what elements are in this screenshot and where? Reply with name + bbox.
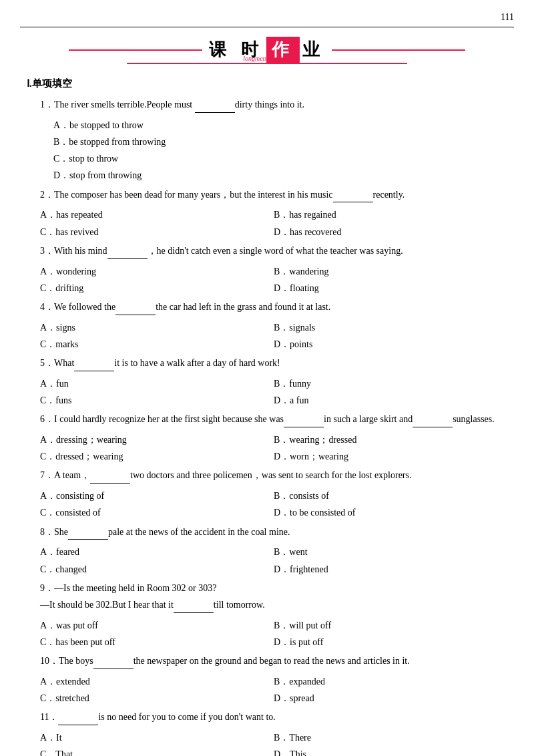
q6-optD: D．worn；wearing [274, 448, 507, 465]
q5-options: A．fun B．funny C．funs D．a fun [40, 375, 507, 409]
q3-optB: B．wandering [274, 263, 507, 280]
q8-optC: C．changed [40, 561, 274, 578]
top-line [20, 27, 514, 27]
q9-optA: A．was put off [40, 617, 274, 634]
q8-options: A．feared B．went C．changed D．frightened [40, 544, 507, 577]
page-number-top: 111 [501, 12, 514, 23]
q4-options: A．signs B．signals C．marks D．points [40, 319, 507, 353]
q11-options: A．It B．There C．That D．This [40, 729, 507, 756]
question-8: 8．Shepale at the news of the accident in… [27, 524, 507, 540]
q9-optB: B．will put off [274, 617, 507, 634]
q6-options: A．dressing；wearing B．wearing；dressed C．d… [40, 431, 507, 465]
q4-optC: C．marks [40, 336, 274, 353]
header-section: 课 时 作 业 longmenlusanjian [0, 37, 534, 64]
question-10: 10．The boysthe newspaper on the ground a… [27, 653, 507, 669]
q8-optD: D．frightened [274, 561, 507, 578]
q4-optB: B．signals [274, 319, 507, 336]
q7-optD: D．to be consisted of [274, 504, 507, 521]
q11-optB: B．There [274, 729, 507, 746]
q2-optC: C．has revived [40, 224, 274, 240]
q1-num: 1．The river smells terrible.People must … [27, 100, 304, 110]
q6-optB: B．wearing；dressed [274, 431, 507, 448]
q11-optC: C．That [40, 746, 274, 756]
q3-options: A．wondering B．wandering C．drifting D．flo… [40, 263, 507, 297]
question-7: 7．A team，two doctors and three policemen… [27, 467, 507, 484]
q4-optD: D．points [274, 336, 507, 353]
q5-optD: D．a fun [274, 392, 507, 409]
question-3: 3．With his mind，he didn't catch even a s… [27, 243, 507, 259]
q1-optA: A．be stopped to throw [53, 117, 507, 134]
q3-optA: A．wondering [40, 263, 274, 280]
q10-optC: C．stretched [40, 690, 274, 707]
q10-options: A．extended B．expanded C．stretched D．spre… [40, 673, 507, 707]
q6-optC: C．dressed；wearing [40, 448, 274, 465]
title-part2: 业 [302, 38, 325, 61]
q1-optB: B．be stopped from throwing [53, 134, 507, 150]
question-5: 5．Whatit is to have a walk after a day o… [27, 355, 507, 371]
q3-optC: C．drifting [40, 280, 274, 297]
q5-optA: A．fun [40, 375, 274, 392]
question-1: 1．The river smells terrible.People must … [27, 97, 507, 113]
q10-optD: D．spread [274, 690, 507, 707]
q8-optB: B．went [274, 544, 507, 560]
q11-optA: A．It [40, 729, 274, 746]
q2-optA: A．has repeated [40, 206, 274, 223]
q7-options: A．consisting of B．consists of C．consiste… [40, 488, 507, 521]
brand-label: longmenlusanjian [243, 55, 291, 62]
q3-optD: D．floating [274, 280, 507, 297]
q9-options: A．was put off B．will put off C．has been … [40, 617, 507, 650]
q7-optC: C．consisted of [40, 504, 274, 521]
question-2: 2．The composer has been dead for many ye… [27, 187, 507, 203]
q8-optA: A．feared [40, 544, 274, 560]
q6-optA: A．dressing；wearing [40, 431, 274, 448]
q1-options: A．be stopped to throw B．be stopped from … [40, 117, 507, 184]
q10-optB: B．expanded [274, 673, 507, 690]
q11-optD: D．This [274, 746, 507, 756]
question-4: 4．We followed thethe car had left in the… [27, 299, 507, 315]
q2-optD: D．has recovered [274, 224, 507, 240]
content-area: Ⅰ.单项填空 1．The river smells terrible.Peopl… [0, 71, 534, 756]
q1-optC: C．stop to throw [53, 150, 507, 167]
q9-optD: D．is put off [274, 634, 507, 650]
q10-optA: A．extended [40, 673, 274, 690]
q4-optA: A．signs [40, 319, 274, 336]
q9-optC: C．has been put off [40, 634, 274, 650]
q5-optB: B．funny [274, 375, 507, 392]
q2-optB: B．has regained [274, 206, 507, 223]
header-underline: longmenlusanjian [127, 63, 407, 64]
q1-optD: D．stop from throwing [53, 167, 507, 184]
q7-optA: A．consisting of [40, 488, 274, 504]
question-9: 9．—Is the meeting held in Room 302 or 30… [27, 580, 507, 613]
question-6: 6．I could hardly recognize her at the fi… [27, 411, 507, 427]
q7-optB: B．consists of [274, 488, 507, 504]
question-11: 11．is no need for you to come if you don… [27, 709, 507, 725]
section-title: Ⅰ.单项填空 [27, 77, 507, 90]
q5-optC: C．funs [40, 392, 274, 409]
q2-options: A．has repeated B．has regained C．has revi… [40, 206, 507, 240]
